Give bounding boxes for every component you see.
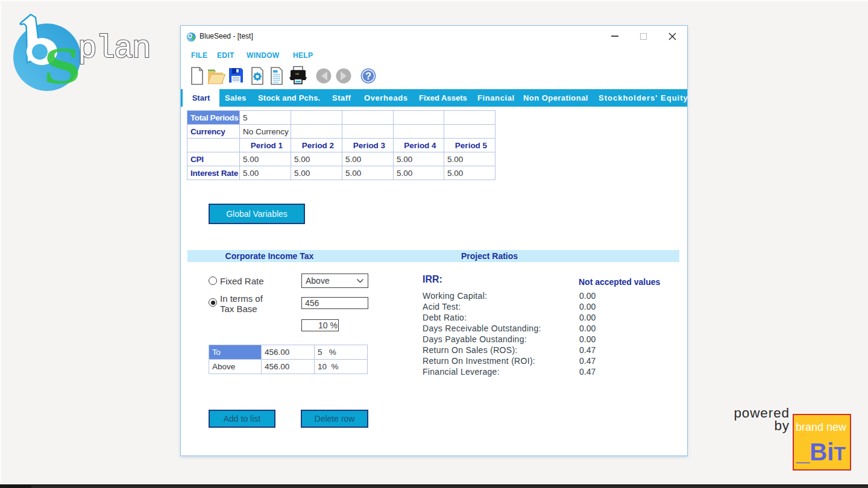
svg-text:plan: plan [78,31,150,67]
svg-text:S: S [43,37,81,95]
svg-text:?: ? [365,70,371,81]
